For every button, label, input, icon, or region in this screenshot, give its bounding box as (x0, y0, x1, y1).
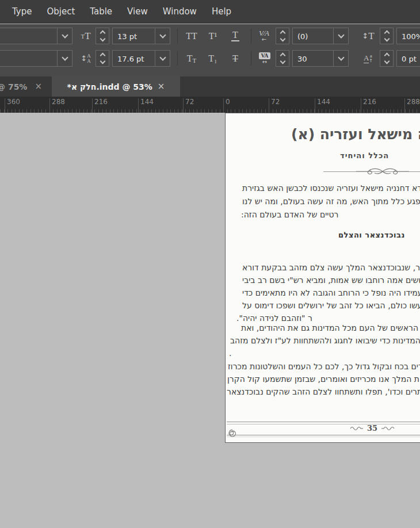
kerning-dropdown-icon[interactable] (333, 28, 348, 44)
body-text-line: . (229, 349, 231, 358)
page-number-flourish-icon (350, 426, 364, 431)
document-tab-bar: @ 75% × *חלק א.indd @ 53% × (0, 76, 420, 97)
horizontal-ruler: 36028821614472072144216288 (0, 97, 420, 113)
character-control-panel: TT 13 pt TT T¹ T V∕A← (0) ↕T 100% (0, 24, 420, 76)
font-size-value: 13 pt (117, 32, 137, 41)
page-number-flourish-icon (381, 426, 395, 431)
kerning-field[interactable]: (0) (292, 28, 349, 44)
tracking-icon: VA↔ (255, 50, 274, 67)
font-size-dropdown-icon[interactable] (155, 28, 170, 44)
ruler-major-tick (49, 98, 50, 113)
tab-document-75[interactable]: @ 75% × (0, 76, 41, 97)
menu-item[interactable]: Table (82, 0, 120, 23)
ruler-unit-label: 0 (226, 98, 230, 105)
kerning-icon: V∕A← (255, 28, 273, 44)
ruler-unit-label: 72 (185, 98, 194, 105)
font-style-field[interactable] (0, 50, 72, 67)
page-number-value: 35 (367, 424, 377, 433)
vertical-scale-field[interactable]: 100% (396, 28, 420, 44)
body-text-line: ששים אמה רוחבו שש אמות, ומביא רש"י בשם ר… (242, 276, 420, 285)
page-title: יה מישאל ועזריה (א) (291, 126, 420, 143)
ruler-major-tick (5, 98, 5, 113)
baseline-shift-icon: A a↑ (359, 50, 377, 67)
leading-icon: ↕ AA (78, 50, 94, 67)
vertical-scale-value: 100% (402, 32, 420, 41)
body-text-line: א פגע כלל מתוך האש, מה זה עשה בעולם, ומה… (242, 197, 420, 206)
ruler-unit-label: 216 (363, 98, 376, 105)
menu-item[interactable]: View (120, 0, 155, 23)
ruler-unit-label: 216 (94, 98, 108, 105)
body-text-line: העמידו היה נופל כי הרוחב והגובה לא היו מ… (242, 288, 420, 297)
tracking-field[interactable]: 30 (292, 50, 349, 67)
body-text-line: עשו כולם, הביאו כל זהב של ירושלים ושפכו … (242, 301, 420, 310)
ruler-unit-label: 144 (317, 98, 330, 105)
menu-item[interactable]: Help (204, 0, 239, 23)
document-page[interactable]: יה מישאל ועזריה (א) הכלל והיחיד נבוכדנצא… (225, 113, 420, 443)
tab-label: @ 75% (0, 82, 27, 91)
footer-rule (227, 435, 420, 435)
ruler-major-tick (183, 98, 184, 113)
all-caps-button[interactable]: TT (182, 28, 201, 44)
footer-page-number: 35 (343, 424, 401, 433)
kerning-value: (0) (297, 32, 308, 41)
strikethrough-button[interactable]: T (228, 50, 243, 67)
ruler-unit-label: 144 (140, 98, 154, 105)
ruler-unit-label: 360 (7, 98, 20, 105)
font-style-dropdown-icon[interactable] (57, 51, 72, 66)
font-family-field[interactable] (0, 28, 72, 44)
body-text-line: ת המלך אנו מכריזים ואומרים, שבזמן שתשמעו… (227, 374, 419, 384)
baseline-shift-value: 0 pt (402, 55, 417, 63)
page-subtitle: הכלל והיחיד (340, 151, 389, 160)
underline-button[interactable]: T (228, 28, 243, 44)
subscript-button[interactable]: T₁ (205, 50, 221, 67)
kerning-stepper[interactable] (276, 28, 289, 44)
menu-bar: TypeObjectTableViewWindowHelp (0, 0, 420, 24)
tracking-dropdown-icon[interactable] (333, 51, 348, 66)
body-text-line: ר "וזהבם לנידה יהיה". (236, 313, 312, 323)
ruler-unit-label: 72 (271, 98, 280, 105)
menu-item[interactable]: Type (5, 0, 39, 23)
leading-field[interactable]: 17.6 pt (112, 50, 170, 67)
menu-item[interactable]: Object (39, 0, 82, 23)
body-text-line: ל הראשים של העם מכל המדינות גם את היהודי… (241, 323, 420, 332)
tab-close-icon[interactable]: × (35, 81, 41, 91)
small-caps-button[interactable]: TT (182, 50, 201, 67)
tracking-stepper[interactable] (276, 50, 289, 67)
font-size-field[interactable]: 13 pt (112, 28, 170, 44)
tab-close-icon[interactable]: × (158, 81, 165, 91)
baseline-shift-field[interactable]: 0 pt (396, 50, 420, 67)
ruler-unit-label: 288 (52, 98, 65, 105)
section-heading: נבוכדנצאר והצלם (338, 231, 405, 239)
footer-spiral-icon (227, 427, 238, 439)
ruler-major-tick (138, 98, 139, 113)
tracking-value: 30 (297, 55, 307, 63)
superscript-button[interactable]: T¹ (205, 28, 221, 44)
font-size-stepper[interactable] (96, 28, 109, 44)
title-flourish-icon (355, 166, 410, 178)
control-row-1: TT 13 pt TT T¹ T V∕A← (0) ↕T 100% (0, 28, 420, 45)
leading-value: 17.6 pt (117, 55, 144, 63)
ruler-major-tick (315, 98, 315, 113)
tab-label: *חלק א.indd @ 53% (67, 82, 152, 91)
footer-rule (227, 422, 420, 422)
body-text-line: רטיים של האדם בעולם הזה: (241, 210, 338, 219)
body-text-line: רים בכח ובקול גדול כך, לכם כל העמים והשל… (228, 362, 420, 371)
leading-stepper[interactable] (96, 50, 109, 67)
vertical-scale-icon: ↕T (359, 28, 377, 44)
baseline-shift-stepper[interactable] (380, 50, 394, 67)
tab-document-active[interactable]: *חלק א.indd @ 53% × (52, 76, 180, 97)
font-family-dropdown-icon[interactable] (57, 28, 72, 44)
ruler-major-tick (223, 98, 224, 113)
vertical-scale-stepper[interactable] (380, 28, 394, 44)
ruler-major-tick (269, 98, 269, 113)
body-text-line: נתרים וכדו', תפלו ותשתחוו לצלם הזהב שהקי… (227, 387, 420, 396)
ruler-unit-label: 288 (407, 98, 420, 105)
body-text-line: המדינות כדי שיבואו לחגוג ולהשתחוות לע"ז … (230, 336, 420, 345)
menu-item[interactable]: Window (155, 0, 204, 23)
font-size-icon: TT (78, 28, 94, 44)
ruler-major-tick (92, 98, 93, 113)
control-row-2: ↕ AA 17.6 pt TT T₁ T VA↔ 30 A a↑ (0, 50, 420, 68)
leading-dropdown-icon[interactable] (155, 51, 170, 66)
ruler-major-tick (361, 98, 361, 113)
ruler-major-tick (404, 98, 405, 113)
